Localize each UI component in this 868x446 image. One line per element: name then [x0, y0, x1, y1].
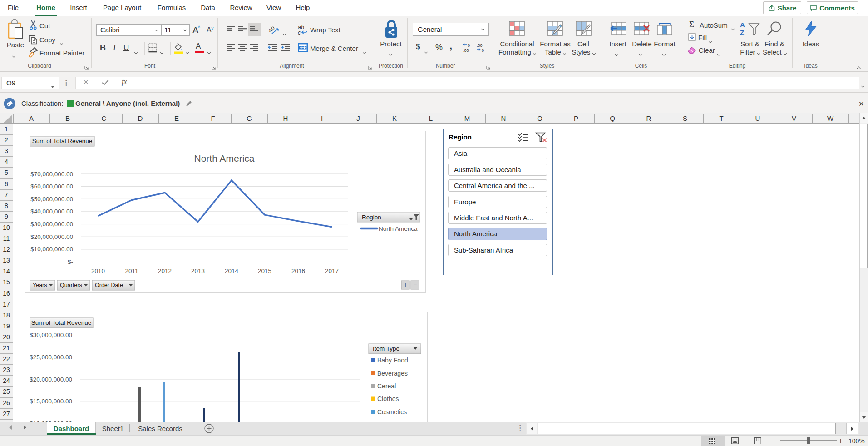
svg-text:$10,000,000.00: $10,000,000.00: [30, 246, 73, 253]
svg-text:Quarters: Quarters: [60, 282, 82, 288]
svg-text:$30,000,000.00: $30,000,000.00: [30, 221, 73, 228]
svg-text:Z: Z: [740, 29, 744, 36]
svg-text:0: 0: [482, 48, 484, 53]
svg-text:Order Date: Order Date: [95, 282, 123, 288]
svg-text:$30,000,000.00: $30,000,000.00: [30, 332, 72, 338]
svg-text:Region: Region: [362, 214, 381, 221]
svg-text:Baby Food: Baby Food: [377, 357, 408, 364]
svg-text:ab: ab: [269, 25, 276, 34]
svg-text:Cosmetics: Cosmetics: [377, 408, 407, 416]
svg-text:+: +: [404, 281, 407, 288]
svg-text:A: A: [740, 21, 745, 29]
svg-text:2012: 2012: [158, 268, 172, 274]
svg-text:2014: 2014: [225, 268, 239, 274]
svg-text:$15,000,000.00: $15,000,000.00: [30, 398, 72, 405]
svg-text:2017: 2017: [325, 268, 339, 274]
svg-text:.00: .00: [477, 43, 483, 48]
svg-text:2010: 2010: [91, 268, 105, 274]
svg-text:2011: 2011: [125, 268, 138, 274]
svg-text:.00: .00: [463, 48, 469, 53]
svg-text:$40,000,000.00: $40,000,000.00: [30, 208, 73, 215]
svg-text:Sum of Total Revenue: Sum of Total Revenue: [31, 319, 92, 326]
svg-text:−: −: [413, 281, 417, 288]
svg-text:Item Type: Item Type: [373, 345, 399, 352]
svg-text:$25,000,000.00: $25,000,000.00: [30, 354, 72, 361]
svg-text:2016: 2016: [291, 268, 305, 274]
svg-text:Beverages: Beverages: [377, 370, 408, 377]
svg-text:North America: North America: [379, 225, 418, 232]
svg-text:0: 0: [468, 43, 470, 48]
svg-text:2013: 2013: [191, 268, 205, 274]
svg-text:Cereal: Cereal: [377, 382, 396, 390]
svg-text:North America: North America: [194, 153, 254, 164]
svg-text:$50,000,000.00: $50,000,000.00: [30, 196, 73, 203]
svg-text:$70,000,000.00: $70,000,000.00: [30, 171, 73, 178]
svg-text:2015: 2015: [258, 268, 271, 274]
svg-text:Clothes: Clothes: [377, 395, 399, 402]
svg-text:$60,000,000.00: $60,000,000.00: [30, 183, 73, 190]
svg-text:$-: $-: [68, 258, 73, 265]
svg-text:c: c: [298, 30, 301, 35]
svg-text:$20,000,000.00: $20,000,000.00: [30, 376, 72, 383]
svg-text:Sum of Total Revenue: Sum of Total Revenue: [32, 138, 93, 144]
svg-text:Years: Years: [33, 282, 47, 288]
svg-text:$20,000,000.00: $20,000,000.00: [30, 233, 73, 240]
